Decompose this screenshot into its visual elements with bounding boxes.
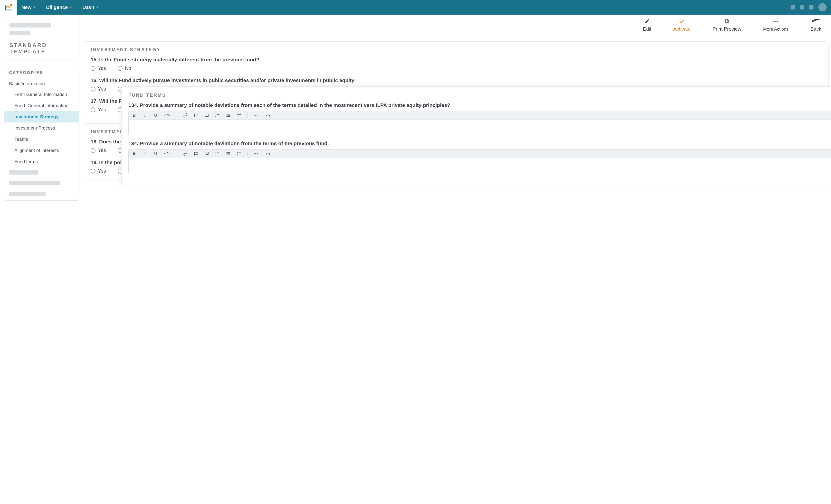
separator (248, 113, 248, 118)
radio-label: Yes (98, 107, 106, 113)
image-button[interactable] (205, 114, 209, 117)
bold-button[interactable]: B (132, 113, 137, 118)
radio-icon (91, 169, 95, 174)
ellipsis-icon (773, 19, 779, 25)
category-item-fund-general[interactable]: Fund: General Information (4, 100, 79, 111)
underline-button[interactable]: U (153, 113, 158, 118)
radio-label: Yes (98, 86, 106, 92)
caret-down-icon (33, 7, 36, 8)
quote-button[interactable] (194, 152, 198, 156)
rte-input[interactable] (128, 158, 831, 173)
radio-yes[interactable]: Yes (91, 148, 106, 153)
question-15-options: Yes No (91, 65, 822, 71)
italic-button[interactable]: I (143, 113, 147, 118)
app-logo (0, 0, 17, 14)
nav-placeholder-icon[interactable] (809, 5, 813, 9)
category-item-fund-terms[interactable]: Fund terms (4, 156, 79, 167)
toolbar-label: More Actions (763, 27, 789, 32)
nav-right (791, 3, 827, 11)
question-15: 15. Is the Fund's strategy materially di… (91, 57, 822, 63)
rich-text-editor[interactable]: B I U </> 12 (128, 149, 831, 173)
category-item-teams[interactable]: Teams (4, 134, 79, 145)
edit-button[interactable]: Edit (643, 18, 651, 32)
print-preview-button[interactable]: Print Preview (713, 18, 741, 32)
caret-down-icon (70, 7, 72, 8)
skeleton-line (9, 181, 60, 185)
svg-text:2: 2 (216, 115, 216, 117)
ordered-list-button[interactable]: 12 (216, 114, 220, 117)
svg-text:1: 1 (216, 114, 216, 115)
category-item-firm-general[interactable]: Firm: General Information (4, 89, 79, 100)
avatar[interactable] (818, 3, 827, 11)
radio-label: Yes (98, 168, 106, 174)
radio-icon (91, 107, 95, 112)
radio-icon (91, 87, 95, 92)
indent-button[interactable] (226, 152, 230, 156)
undo-button[interactable] (254, 152, 259, 156)
svg-point-4 (777, 21, 778, 22)
skeleton-line (9, 191, 46, 196)
ordered-list-button[interactable]: 12 (216, 152, 220, 156)
more-actions-button[interactable]: More Actions (763, 19, 789, 32)
header-card: STANDARD TEMPLATE (4, 18, 79, 59)
question-16: 16. Will the Fund actively pursue invest… (91, 78, 822, 83)
navbar: New Diligence Dash (17, 0, 831, 14)
toolbar-label: Edit (643, 26, 651, 32)
undo-button[interactable] (254, 114, 259, 117)
nav-placeholder-icon[interactable] (800, 5, 804, 9)
link-button[interactable] (183, 113, 188, 118)
back-button[interactable]: Back (810, 18, 821, 32)
code-button[interactable]: </> (164, 113, 170, 118)
skeleton-line (9, 170, 38, 175)
svg-point-29 (237, 154, 238, 155)
radio-no[interactable]: No (118, 65, 131, 71)
indent-button[interactable] (226, 114, 230, 117)
topbar: New Diligence Dash (0, 0, 831, 14)
caret-down-icon (96, 7, 99, 8)
nav-item-label: New (22, 5, 31, 10)
pencil-icon (644, 18, 650, 24)
activate-button[interactable]: Activate (674, 18, 691, 32)
radio-label: Yes (98, 65, 106, 71)
rich-text-editor[interactable]: B I U </> 12 (128, 111, 831, 135)
italic-button[interactable]: I (143, 151, 147, 156)
radio-icon (118, 66, 122, 71)
radio-yes[interactable]: Yes (91, 65, 106, 71)
link-button[interactable] (183, 151, 188, 156)
rte-input[interactable] (128, 120, 831, 135)
toolbar-label: Back (810, 26, 821, 32)
radio-label: Yes (98, 148, 106, 153)
rte-toolbar: B I U </> 12 (128, 111, 831, 120)
nav-placeholder-icon[interactable] (791, 5, 795, 9)
bullet-list-button[interactable] (237, 114, 241, 117)
category-item-alignment[interactable]: Alignment of interests (4, 145, 79, 156)
page: STANDARD TEMPLATE CATEGORIES Basic Infor… (0, 14, 831, 201)
question-134b: 134. Provide a summary of notable deviat… (128, 141, 831, 146)
categories-sidebar: CATEGORIES Basic Information Firm: Gener… (4, 65, 79, 201)
svg-point-2 (773, 21, 774, 22)
underline-button[interactable]: U (153, 151, 158, 156)
svg-text:1: 1 (216, 152, 216, 154)
redo-button[interactable] (265, 152, 270, 156)
bold-button[interactable]: B (132, 151, 137, 156)
svg-point-27 (237, 152, 238, 153)
redo-button[interactable] (265, 114, 270, 117)
category-item-investment-process[interactable]: Investment Process (4, 122, 79, 134)
radio-yes[interactable]: Yes (91, 86, 106, 92)
quote-button[interactable] (194, 114, 198, 117)
nav-item-new[interactable]: New (22, 5, 36, 10)
radio-icon (91, 148, 95, 153)
nav-item-diligence[interactable]: Diligence (46, 5, 72, 10)
category-root[interactable]: Basic Information (4, 79, 79, 89)
radio-icon (91, 66, 95, 71)
nav-item-dash[interactable]: Dash (82, 5, 99, 10)
radio-yes[interactable]: Yes (91, 168, 106, 174)
category-item-investment-strategy[interactable]: Investment Strategy (4, 111, 79, 122)
skeleton-line (9, 23, 51, 28)
image-button[interactable] (205, 152, 209, 156)
radio-yes[interactable]: Yes (91, 107, 106, 113)
svg-point-19 (206, 153, 206, 154)
code-button[interactable]: </> (164, 151, 170, 156)
document-search-icon (724, 18, 729, 24)
bullet-list-button[interactable] (237, 152, 241, 156)
